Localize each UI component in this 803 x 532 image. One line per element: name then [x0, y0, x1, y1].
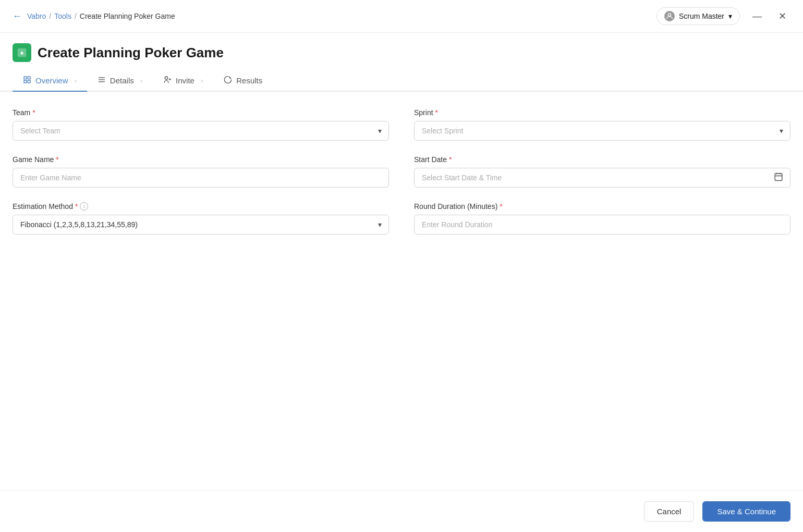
- form-row-3: Estimation Method* i Fibonacci (1,2,3,5,…: [13, 202, 790, 234]
- tab-details-label: Details: [110, 76, 134, 85]
- estimation-info-icon[interactable]: i: [80, 202, 88, 211]
- tab-overview-arrow: ›: [75, 77, 77, 84]
- user-name: Scrum Master: [679, 12, 724, 20]
- tab-invite-icon: [163, 76, 172, 85]
- round-duration-input[interactable]: [414, 215, 790, 234]
- round-duration-required: *: [500, 202, 502, 211]
- team-select-wrapper: Select Team ▾: [13, 121, 389, 141]
- round-duration-label: Round Duration (Minutes)*: [414, 202, 790, 211]
- sprint-select-wrapper: Select Sprint ▾: [414, 121, 790, 141]
- sprint-field-group: Sprint* Select Sprint ▾: [414, 108, 790, 141]
- start-date-field-group: Start Date*: [414, 155, 790, 188]
- team-select[interactable]: Select Team: [13, 121, 389, 141]
- tab-invite-label: Invite: [176, 76, 194, 85]
- top-right-controls: Scrum Master ▾ — ✕: [656, 7, 790, 25]
- page-title: Create Planning Poker Game: [38, 45, 224, 61]
- tab-overview-label: Overview: [35, 76, 68, 85]
- form-area: Team* Select Team ▾ Sprint* Select Sprin…: [0, 92, 803, 266]
- minimize-button[interactable]: —: [748, 9, 766, 23]
- tab-overview-icon: [23, 76, 31, 85]
- breadcrumb-current: Create Planning Poker Game: [80, 12, 175, 20]
- sprint-label: Sprint*: [414, 108, 790, 117]
- tab-invite[interactable]: Invite ›: [153, 70, 213, 92]
- page-header: ♠ Create Planning Poker Game: [0, 33, 803, 62]
- breadcrumb-sep1: /: [49, 12, 51, 20]
- save-continue-button[interactable]: Save & Continue: [702, 501, 790, 522]
- svg-point-10: [165, 77, 167, 79]
- tab-details-arrow: ›: [140, 77, 142, 84]
- tab-results[interactable]: Results: [213, 70, 273, 92]
- tabs-nav: Overview › Details › Invite › Results: [0, 70, 803, 92]
- svg-rect-6: [28, 80, 30, 83]
- estimation-required: *: [75, 202, 78, 211]
- form-row-2: Game Name* Start Date*: [13, 155, 790, 188]
- estimation-select-wrapper: Fibonacci (1,2,3,5,8,13,21,34,55,89)Modi…: [13, 215, 389, 234]
- tab-details-icon: [98, 76, 106, 85]
- sprint-required: *: [435, 108, 438, 117]
- user-avatar: [664, 11, 675, 21]
- game-name-label: Game Name*: [13, 155, 389, 164]
- page-icon: ♠: [13, 43, 31, 62]
- estimation-select[interactable]: Fibonacci (1,2,3,5,8,13,21,34,55,89)Modi…: [13, 215, 389, 234]
- tab-results-label: Results: [236, 76, 262, 85]
- svg-text:♠: ♠: [20, 49, 23, 56]
- svg-point-0: [668, 14, 671, 16]
- breadcrumb: ← Vabro / Tools / Create Planning Poker …: [13, 11, 175, 22]
- start-date-label: Start Date*: [414, 155, 790, 164]
- team-field-group: Team* Select Team ▾: [13, 108, 389, 141]
- footer: Cancel Save & Continue: [0, 490, 803, 532]
- breadcrumb-vabro[interactable]: Vabro: [27, 12, 46, 20]
- round-duration-field-group: Round Duration (Minutes)*: [414, 202, 790, 234]
- game-name-input[interactable]: [13, 168, 389, 188]
- estimation-method-label: Estimation Method* i: [13, 202, 389, 211]
- tab-invite-arrow: ›: [201, 77, 203, 84]
- estimation-method-field-group: Estimation Method* i Fibonacci (1,2,3,5,…: [13, 202, 389, 234]
- start-date-input[interactable]: [414, 168, 790, 188]
- svg-rect-4: [28, 77, 30, 79]
- tab-results-icon: [224, 76, 232, 85]
- close-button[interactable]: ✕: [774, 9, 790, 23]
- top-bar: ← Vabro / Tools / Create Planning Poker …: [0, 0, 803, 33]
- tab-overview[interactable]: Overview ›: [13, 70, 87, 92]
- game-name-required: *: [56, 155, 58, 164]
- start-date-wrapper: [414, 168, 790, 188]
- back-button[interactable]: ←: [13, 11, 22, 22]
- team-label: Team*: [13, 108, 389, 117]
- sprint-select[interactable]: Select Sprint: [414, 121, 790, 141]
- cancel-button[interactable]: Cancel: [644, 501, 695, 522]
- svg-rect-5: [24, 80, 27, 83]
- user-menu[interactable]: Scrum Master ▾: [656, 7, 740, 25]
- user-dropdown-icon: ▾: [728, 12, 732, 20]
- start-date-required: *: [449, 155, 452, 164]
- team-required: *: [32, 108, 35, 117]
- breadcrumb-tools[interactable]: Tools: [54, 12, 71, 20]
- form-row-1: Team* Select Team ▾ Sprint* Select Sprin…: [13, 108, 790, 141]
- svg-rect-3: [24, 77, 27, 79]
- tab-details[interactable]: Details ›: [87, 70, 153, 92]
- breadcrumb-sep2: /: [75, 12, 77, 20]
- game-name-field-group: Game Name*: [13, 155, 389, 188]
